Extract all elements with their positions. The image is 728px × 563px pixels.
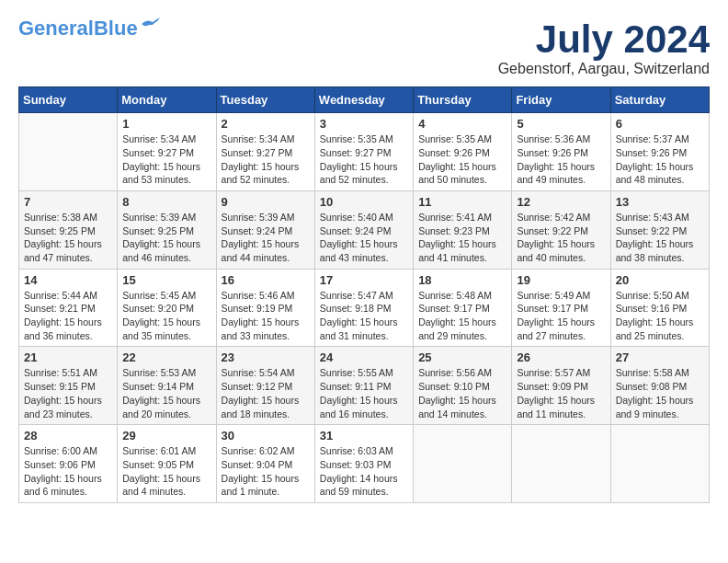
calendar-cell: 4Sunrise: 5:35 AM Sunset: 9:26 PM Daylig… (414, 113, 512, 191)
day-info: Sunrise: 5:55 AM Sunset: 9:11 PM Dayligh… (320, 366, 408, 420)
calendar-cell: 6Sunrise: 5:37 AM Sunset: 9:26 PM Daylig… (610, 113, 709, 191)
day-info: Sunrise: 6:03 AM Sunset: 9:03 PM Dayligh… (320, 444, 408, 499)
header-row: SundayMondayTuesdayWednesdayThursdayFrid… (19, 87, 710, 113)
day-number: 11 (418, 195, 506, 209)
day-info: Sunrise: 5:37 AM Sunset: 9:26 PM Dayligh… (616, 132, 704, 187)
day-info: Sunrise: 5:45 AM Sunset: 9:20 PM Dayligh… (122, 289, 210, 343)
day-info: Sunrise: 5:34 AM Sunset: 9:27 PM Dayligh… (222, 132, 310, 187)
day-info: Sunrise: 5:35 AM Sunset: 9:27 PM Dayligh… (320, 132, 408, 187)
calendar-cell: 21Sunrise: 5:51 AM Sunset: 9:15 PM Dayli… (19, 347, 118, 425)
day-info: Sunrise: 5:57 AM Sunset: 9:09 PM Dayligh… (517, 366, 605, 420)
calendar-cell: 5Sunrise: 5:36 AM Sunset: 9:26 PM Daylig… (512, 113, 610, 191)
calendar-cell: 23Sunrise: 5:54 AM Sunset: 9:12 PM Dayli… (216, 347, 314, 425)
calendar-header: SundayMondayTuesdayWednesdayThursdayFrid… (19, 87, 710, 113)
calendar-cell: 19Sunrise: 5:49 AM Sunset: 9:17 PM Dayli… (512, 269, 610, 347)
calendar-cell: 25Sunrise: 5:56 AM Sunset: 9:10 PM Dayli… (414, 347, 512, 425)
column-header-monday: Monday (118, 87, 216, 113)
day-info: Sunrise: 5:35 AM Sunset: 9:26 PM Dayligh… (418, 132, 506, 187)
day-number: 29 (122, 429, 210, 442)
day-info: Sunrise: 5:41 AM Sunset: 9:23 PM Dayligh… (418, 211, 506, 265)
day-number: 10 (320, 195, 408, 209)
calendar-cell (610, 425, 709, 503)
calendar-cell: 30Sunrise: 6:02 AM Sunset: 9:04 PM Dayli… (216, 425, 314, 503)
calendar-cell (19, 113, 118, 191)
day-number: 12 (517, 195, 605, 209)
day-info: Sunrise: 5:49 AM Sunset: 9:17 PM Dayligh… (517, 289, 605, 343)
day-number: 8 (122, 195, 210, 209)
calendar-cell: 2Sunrise: 5:34 AM Sunset: 9:27 PM Daylig… (216, 113, 314, 191)
day-number: 7 (24, 195, 112, 209)
day-number: 30 (222, 429, 310, 442)
day-info: Sunrise: 5:48 AM Sunset: 9:17 PM Dayligh… (418, 289, 506, 343)
day-number: 5 (517, 117, 605, 131)
calendar-cell: 11Sunrise: 5:41 AM Sunset: 9:23 PM Dayli… (414, 190, 512, 269)
day-info: Sunrise: 5:44 AM Sunset: 9:21 PM Dayligh… (24, 289, 112, 343)
calendar-cell: 16Sunrise: 5:46 AM Sunset: 9:19 PM Dayli… (216, 269, 314, 347)
calendar-cell (414, 425, 512, 503)
day-info: Sunrise: 5:39 AM Sunset: 9:24 PM Dayligh… (222, 211, 310, 265)
calendar-cell: 8Sunrise: 5:39 AM Sunset: 9:25 PM Daylig… (118, 190, 216, 269)
day-number: 24 (320, 350, 408, 364)
day-number: 26 (517, 350, 605, 364)
day-info: Sunrise: 5:50 AM Sunset: 9:16 PM Dayligh… (616, 289, 704, 343)
day-info: Sunrise: 5:43 AM Sunset: 9:22 PM Dayligh… (616, 211, 704, 265)
column-header-thursday: Thursday (414, 87, 512, 113)
day-info: Sunrise: 5:51 AM Sunset: 9:15 PM Dayligh… (24, 366, 112, 420)
calendar-cell (512, 425, 610, 503)
calendar-cell: 26Sunrise: 5:57 AM Sunset: 9:09 PM Dayli… (512, 347, 610, 425)
day-info: Sunrise: 5:34 AM Sunset: 9:27 PM Dayligh… (122, 132, 210, 187)
column-header-wednesday: Wednesday (314, 87, 413, 113)
day-info: Sunrise: 5:58 AM Sunset: 9:08 PM Dayligh… (616, 366, 704, 420)
calendar-body: 1Sunrise: 5:34 AM Sunset: 9:27 PM Daylig… (19, 113, 710, 503)
column-header-tuesday: Tuesday (216, 87, 314, 113)
title-area: July 2024 Gebenstorf, Aargau, Switzerlan… (498, 18, 710, 77)
location-subtitle: Gebenstorf, Aargau, Switzerland (498, 61, 710, 77)
calendar-cell: 20Sunrise: 5:50 AM Sunset: 9:16 PM Dayli… (610, 269, 709, 347)
column-header-saturday: Saturday (610, 87, 709, 113)
week-row-5: 28Sunrise: 6:00 AM Sunset: 9:06 PM Dayli… (19, 425, 710, 503)
calendar-cell: 31Sunrise: 6:03 AM Sunset: 9:03 PM Dayli… (314, 425, 413, 503)
page-header: GeneralBlue July 2024 Gebenstorf, Aargau… (18, 18, 710, 77)
day-number: 2 (222, 117, 310, 131)
day-number: 31 (320, 429, 408, 442)
day-number: 21 (24, 350, 112, 364)
calendar-cell: 27Sunrise: 5:58 AM Sunset: 9:08 PM Dayli… (610, 347, 709, 425)
day-number: 13 (616, 195, 704, 209)
day-number: 6 (616, 117, 704, 131)
week-row-1: 1Sunrise: 5:34 AM Sunset: 9:27 PM Daylig… (19, 113, 710, 191)
calendar-cell: 28Sunrise: 6:00 AM Sunset: 9:06 PM Dayli… (19, 425, 118, 503)
day-number: 17 (320, 273, 408, 287)
month-year-title: July 2024 (498, 18, 710, 61)
day-number: 18 (418, 273, 506, 287)
day-number: 4 (418, 117, 506, 131)
day-number: 25 (418, 350, 506, 364)
calendar-cell: 13Sunrise: 5:43 AM Sunset: 9:22 PM Dayli… (610, 190, 709, 269)
day-number: 19 (517, 273, 605, 287)
day-info: Sunrise: 5:42 AM Sunset: 9:22 PM Dayligh… (517, 211, 605, 265)
calendar-cell: 24Sunrise: 5:55 AM Sunset: 9:11 PM Dayli… (314, 347, 413, 425)
logo: GeneralBlue (18, 18, 160, 39)
column-header-sunday: Sunday (19, 87, 118, 113)
day-info: Sunrise: 5:56 AM Sunset: 9:10 PM Dayligh… (418, 366, 506, 420)
day-info: Sunrise: 5:38 AM Sunset: 9:25 PM Dayligh… (24, 211, 112, 265)
calendar-cell: 9Sunrise: 5:39 AM Sunset: 9:24 PM Daylig… (216, 190, 314, 269)
day-info: Sunrise: 6:00 AM Sunset: 9:06 PM Dayligh… (24, 444, 112, 499)
calendar-cell: 3Sunrise: 5:35 AM Sunset: 9:27 PM Daylig… (314, 113, 413, 191)
day-number: 20 (616, 273, 704, 287)
day-info: Sunrise: 5:46 AM Sunset: 9:19 PM Dayligh… (222, 289, 310, 343)
day-info: Sunrise: 5:36 AM Sunset: 9:26 PM Dayligh… (517, 132, 605, 187)
logo-text: GeneralBlue (18, 18, 138, 39)
column-header-friday: Friday (512, 87, 610, 113)
day-number: 23 (222, 350, 310, 364)
day-info: Sunrise: 5:54 AM Sunset: 9:12 PM Dayligh… (222, 366, 310, 420)
day-info: Sunrise: 5:47 AM Sunset: 9:18 PM Dayligh… (320, 289, 408, 343)
calendar-cell: 10Sunrise: 5:40 AM Sunset: 9:24 PM Dayli… (314, 190, 413, 269)
day-number: 14 (24, 273, 112, 287)
day-number: 27 (616, 350, 704, 364)
day-info: Sunrise: 5:53 AM Sunset: 9:14 PM Dayligh… (122, 366, 210, 420)
day-info: Sunrise: 5:39 AM Sunset: 9:25 PM Dayligh… (122, 211, 210, 265)
day-info: Sunrise: 6:02 AM Sunset: 9:04 PM Dayligh… (222, 444, 310, 499)
day-info: Sunrise: 5:40 AM Sunset: 9:24 PM Dayligh… (320, 211, 408, 265)
calendar-cell: 7Sunrise: 5:38 AM Sunset: 9:25 PM Daylig… (19, 190, 118, 269)
calendar-cell: 17Sunrise: 5:47 AM Sunset: 9:18 PM Dayli… (314, 269, 413, 347)
